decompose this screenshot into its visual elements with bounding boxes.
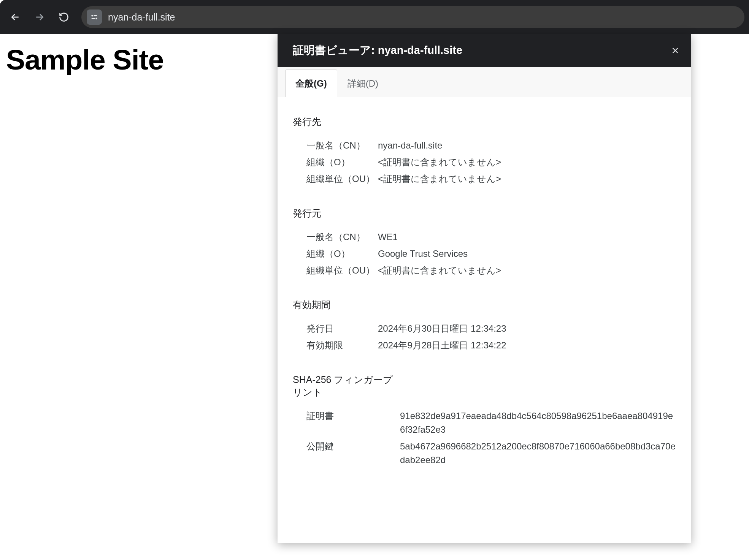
field-value: 2024年6月30日日曜日 12:34:23 [378,322,506,335]
issued-by-ou-row: 組織単位（OU） <証明書に含まれていません> [293,264,676,277]
dialog-header: 証明書ビューア: nyan-da-full.site [278,34,691,67]
issued-to-section: 発行先 一般名（CN） nyan-da-full.site 組織（O） <証明書… [293,115,676,186]
field-value: WE1 [378,230,398,244]
field-label: 組織単位（OU） [306,264,378,277]
validity-heading: 有効期間 [293,299,676,311]
dialog-body: 発行先 一般名（CN） nyan-da-full.site 組織（O） <証明書… [278,97,691,543]
dialog-tabs: 全般(G) 詳細(D) [278,67,691,97]
field-label: 一般名（CN） [306,139,378,152]
field-label: 有効期限 [306,339,378,352]
issued-to-ou-row: 組織単位（OU） <証明書に含まれていません> [293,172,676,186]
field-value: <証明書に含まれていません> [378,264,501,277]
tab-details[interactable]: 詳細(D) [337,70,389,97]
field-value: 5ab4672a9696682b2512a200ec8f80870e716060… [400,440,676,467]
issued-by-cn-row: 一般名（CN） WE1 [293,230,676,244]
svg-point-0 [91,15,93,16]
issued-to-o-row: 組織（O） <証明書に含まれていません> [293,155,676,169]
field-value: <証明書に含まれていません> [378,155,501,169]
field-label: 一般名（CN） [306,230,378,244]
fingerprints-section: SHA-256 フィンガープリント 証明書 91e832de9a917eaead… [293,373,676,467]
close-button[interactable] [668,44,682,57]
url-text: nyan-da-full.site [108,12,175,23]
issued-by-heading: 発行元 [293,207,676,220]
issued-by-o-row: 組織（O） Google Trust Services [293,247,676,261]
field-value: nyan-da-full.site [378,139,442,152]
back-button[interactable] [5,6,26,28]
fingerprints-heading: SHA-256 フィンガープリント [293,373,399,399]
validity-section: 有効期間 発行日 2024年6月30日日曜日 12:34:23 有効期限 202… [293,299,676,352]
svg-rect-3 [92,18,95,19]
svg-point-2 [95,17,97,19]
reload-button[interactable] [53,6,75,28]
site-controls-icon[interactable] [87,9,102,25]
browser-toolbar: nyan-da-full.site [0,0,749,34]
field-label: 組織（O） [306,155,378,169]
key-fingerprint-row: 公開鍵 5ab4672a9696682b2512a200ec8f80870e71… [293,440,676,467]
issued-to-cn-row: 一般名（CN） nyan-da-full.site [293,139,676,152]
field-label: 公開鍵 [306,440,400,467]
tab-general[interactable]: 全般(G) [285,70,337,97]
field-label: 組織単位（OU） [306,172,378,186]
forward-button[interactable] [29,6,50,28]
issued-to-heading: 発行先 [293,115,676,128]
field-value: <証明書に含まれていません> [378,172,501,186]
cert-fingerprint-row: 証明書 91e832de9a917eaeada48db4c564c80598a9… [293,409,676,437]
svg-rect-1 [94,15,97,16]
field-label: 発行日 [306,322,378,335]
certificate-viewer-dialog: 証明書ビューア: nyan-da-full.site 全般(G) 詳細(D) 発… [278,34,691,543]
field-value: 91e832de9a917eaeada48db4c564c80598a96251… [400,409,676,437]
expires-on-row: 有効期限 2024年9月28日土曜日 12:34:22 [293,339,676,352]
issued-on-row: 発行日 2024年6月30日日曜日 12:34:23 [293,322,676,335]
field-label: 組織（O） [306,247,378,261]
page-content: Sample Site 証明書ビューア: nyan-da-full.site 全… [0,34,749,560]
field-label: 証明書 [306,409,400,437]
address-bar[interactable]: nyan-da-full.site [81,6,744,28]
dialog-title: 証明書ビューア: nyan-da-full.site [293,43,462,58]
issued-by-section: 発行元 一般名（CN） WE1 組織（O） Google Trust Servi… [293,207,676,277]
field-value: Google Trust Services [378,247,468,261]
field-value: 2024年9月28日土曜日 12:34:22 [378,339,506,352]
